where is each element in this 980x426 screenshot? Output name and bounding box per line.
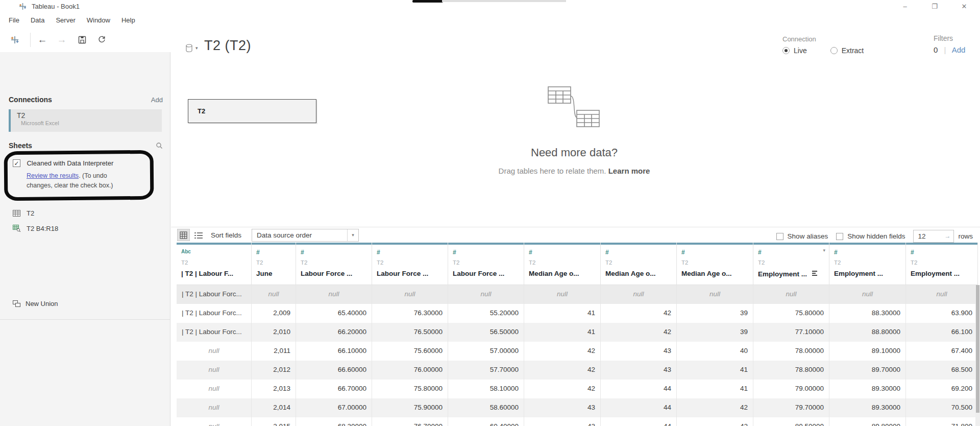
- database-caret-icon[interactable]: ▾: [195, 45, 198, 51]
- sort-order-dropdown[interactable]: Data source order ▾: [252, 229, 359, 242]
- table-cell[interactable]: 43: [601, 342, 677, 361]
- table-cell[interactable]: 39: [677, 323, 753, 342]
- table-cell[interactable]: null: [296, 285, 372, 304]
- table-cell[interactable]: 76.30000: [372, 304, 448, 323]
- save-icon[interactable]: [76, 33, 89, 46]
- table-cell[interactable]: 56.50000: [448, 323, 524, 342]
- table-cell[interactable]: 77.10000: [753, 323, 829, 342]
- menu-item-window[interactable]: Window: [84, 13, 113, 27]
- table-cell[interactable]: 66.100: [906, 323, 978, 342]
- extract-radio[interactable]: [830, 47, 838, 54]
- table-cell[interactable]: 69.200: [906, 380, 978, 398]
- data-interpreter-checkbox[interactable]: ✓: [13, 159, 20, 167]
- table-cell[interactable]: null: [448, 285, 524, 304]
- close-button[interactable]: ✕: [957, 1, 972, 12]
- table-cell[interactable]: 57.00000: [448, 342, 524, 361]
- table-cell[interactable]: null: [177, 398, 252, 417]
- column-header-10[interactable]: #T2Employment ...: [906, 243, 978, 285]
- table-cell[interactable]: 40: [677, 342, 753, 361]
- column-header-4[interactable]: #T2Labour Force ...: [448, 243, 524, 285]
- table-cell[interactable]: 66.10000: [296, 342, 372, 361]
- column-header-7[interactable]: #T2Median Age o...: [677, 243, 753, 285]
- table-cell[interactable]: 89.10000: [829, 342, 906, 361]
- table-cell[interactable]: 2,014: [252, 398, 296, 417]
- table-cell[interactable]: 41: [524, 323, 601, 342]
- show-hidden-fields-checkbox[interactable]: [836, 233, 843, 240]
- table-cell[interactable]: 67.00000: [296, 398, 372, 417]
- table-cell[interactable]: | T2 | Labour Forc...: [177, 323, 252, 342]
- new-union-item[interactable]: New Union: [13, 300, 58, 307]
- table-cell[interactable]: 42: [524, 342, 601, 361]
- table-cell[interactable]: 70.500: [906, 398, 978, 417]
- minimize-button[interactable]: –: [897, 1, 913, 12]
- grid-view-button[interactable]: [177, 229, 190, 241]
- table-cell[interactable]: 42: [677, 417, 753, 426]
- rows-stepper-arrow-icon[interactable]: →: [944, 232, 950, 240]
- table-cell[interactable]: 76.00000: [372, 361, 448, 380]
- table-cell[interactable]: null: [177, 380, 252, 398]
- search-icon[interactable]: [156, 142, 163, 149]
- column-menu-caret-icon[interactable]: ▾: [823, 248, 825, 253]
- table-cell[interactable]: 60.40000: [448, 417, 524, 426]
- database-icon[interactable]: [185, 44, 193, 53]
- learn-more-link[interactable]: Learn more: [608, 167, 650, 175]
- menu-item-help[interactable]: Help: [119, 13, 138, 27]
- table-cell[interactable]: 41: [524, 304, 601, 323]
- column-header-6[interactable]: #T2Median Age o...: [601, 243, 677, 285]
- table-cell[interactable]: 43: [601, 361, 677, 380]
- table-cell[interactable]: 78.00000: [753, 342, 829, 361]
- table-cell[interactable]: null: [177, 361, 252, 380]
- table-cell[interactable]: 42: [677, 398, 753, 417]
- table-cell[interactable]: 55.20000: [448, 304, 524, 323]
- table-cell[interactable]: null: [177, 417, 252, 426]
- table-cell[interactable]: 75.90000: [372, 398, 448, 417]
- table-cell[interactable]: 68.500: [906, 361, 978, 380]
- column-header-1[interactable]: #T2June: [252, 243, 296, 285]
- table-cell[interactable]: 2,012: [252, 361, 296, 380]
- column-header-2[interactable]: #T2Labour Force ...: [296, 243, 372, 285]
- column-header-9[interactable]: #T2Employment ...: [829, 243, 906, 285]
- table-cell[interactable]: 58.60000: [448, 398, 524, 417]
- table-cell[interactable]: null: [372, 285, 448, 304]
- table-cell[interactable]: 2,009: [252, 304, 296, 323]
- table-cell[interactable]: | T2 | Labour Forc...: [177, 304, 252, 323]
- table-cell[interactable]: 89.30000: [829, 380, 906, 398]
- table-cell[interactable]: null: [829, 285, 906, 304]
- table-cell[interactable]: 2,010: [252, 323, 296, 342]
- vertical-scrollbar[interactable]: [975, 285, 980, 426]
- dropdown-caret-button[interactable]: ▾: [347, 229, 358, 241]
- table-cell[interactable]: null: [524, 285, 601, 304]
- table-cell[interactable]: 80.50000: [753, 417, 829, 426]
- undo-back-icon[interactable]: ←: [36, 33, 49, 46]
- table-cell[interactable]: null: [601, 285, 677, 304]
- table-cell[interactable]: 41: [677, 361, 753, 380]
- menu-item-data[interactable]: Data: [28, 13, 47, 27]
- logical-table-t2[interactable]: T2: [188, 99, 316, 123]
- table-cell[interactable]: 66.60000: [296, 361, 372, 380]
- table-cell[interactable]: 66.70000: [296, 380, 372, 398]
- column-header-0[interactable]: AbcT2| T2 | Labour F...: [177, 243, 252, 285]
- column-header-8[interactable]: #T2Employment ...▾: [753, 243, 829, 285]
- table-cell[interactable]: 79.00000: [753, 380, 829, 398]
- table-cell[interactable]: 89.80000: [829, 417, 906, 426]
- connection-item[interactable]: T2 Microsoft Excel: [9, 109, 162, 132]
- table-cell[interactable]: 57.70000: [448, 361, 524, 380]
- table-cell[interactable]: 76.70000: [372, 417, 448, 426]
- table-cell[interactable]: 44: [601, 380, 677, 398]
- table-cell[interactable]: 75.80000: [372, 380, 448, 398]
- table-cell[interactable]: 41: [677, 380, 753, 398]
- filters-add-link[interactable]: Add: [952, 45, 966, 54]
- table-cell[interactable]: null: [906, 285, 978, 304]
- redo-forward-icon[interactable]: →: [55, 33, 68, 46]
- table-cell[interactable]: null: [177, 342, 252, 361]
- maximize-button[interactable]: ❐: [927, 1, 942, 12]
- table-cell[interactable]: 43: [524, 398, 601, 417]
- table-cell[interactable]: 65.40000: [296, 304, 372, 323]
- table-cell[interactable]: 43: [524, 417, 601, 426]
- table-cell[interactable]: 2,013: [252, 380, 296, 398]
- menu-item-server[interactable]: Server: [53, 13, 78, 27]
- table-cell[interactable]: 67.400: [906, 342, 978, 361]
- add-connection-link[interactable]: Add: [151, 96, 163, 104]
- sheet-item-t2-b4-r18[interactable]: T2 B4:R18: [13, 221, 166, 236]
- menu-item-file[interactable]: File: [6, 13, 22, 27]
